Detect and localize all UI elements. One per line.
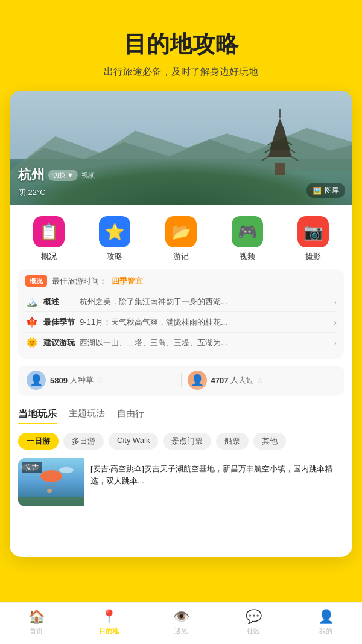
svg-rect-2 [275, 163, 285, 175]
svg-marker-3 [268, 150, 292, 157]
chip-0[interactable]: 一日游 [18, 433, 59, 450]
city-desc: 视频 [81, 171, 95, 180]
chip-5[interactable]: 其他 [253, 433, 286, 450]
icon-circle-photography: 📷 [297, 216, 329, 247]
nav-label-2: 遇见 [174, 626, 188, 636]
strategy-icon: ⭐ [105, 223, 124, 241]
overview-section: 概况 最佳旅游时间： 四季皆宜 🏔️ 概述 杭州之美，除了集江南神韵于一身的西湖… [18, 269, 344, 359]
stat-divider [181, 373, 182, 387]
bottom-spacer [10, 515, 352, 557]
nav-item-我的[interactable]: 👤 我的 [290, 609, 362, 636]
overview-row-0[interactable]: 🏔️ 概述 杭州之美，除了集江南神韵于一身的西湖... › [25, 292, 337, 312]
row-label-2: 建议游玩 [43, 337, 75, 348]
icon-circle-overview: 📋 [33, 216, 65, 247]
user-avatar-0: 👤 [27, 371, 46, 390]
icon-item-travel-notes[interactable]: 📂 游记 [165, 216, 197, 262]
main-card: 杭州 切换 ▼ 视频 阴 22°C 🖼️ 图库 📋 概况 ⭐ 攻略 📂 [10, 91, 352, 557]
tab-0[interactable]: 当地玩乐 [18, 408, 57, 424]
travel-notes-icon: 📂 [171, 223, 191, 241]
overview-rows: 🏔️ 概述 杭州之美，除了集江南神韵于一身的西湖... › 🍁 最佳季节 9-1… [25, 292, 337, 352]
switch-badge[interactable]: 切换 ▼ [48, 170, 78, 181]
svg-point-18 [40, 470, 62, 482]
stat-unit-0: 人种草 [70, 375, 94, 386]
filter-chips: 一日游多日游City Walk景点门票船票其他 [10, 429, 352, 453]
nav-icon-2: 👁️ [173, 609, 189, 625]
icon-label-overview: 概况 [41, 251, 57, 262]
icon-label-travel-notes: 游记 [173, 251, 189, 262]
svg-line-8 [290, 150, 295, 153]
activity-title: [安吉·高空跳伞]安吉天子湖航空基地，新昌万丰航空小镇，国内跳伞精选，双人跳伞.… [91, 463, 338, 486]
tab-nav: 当地玩乐主题玩法自由行 [10, 404, 352, 429]
chip-4[interactable]: 船票 [216, 433, 249, 450]
icon-item-overview[interactable]: 📋 概况 [33, 216, 65, 262]
nav-item-目的地[interactable]: 📍 目的地 [72, 609, 145, 636]
icon-item-strategy[interactable]: ⭐ 攻略 [99, 216, 130, 262]
overview-row-1[interactable]: 🍁 最佳季节 9-11月：天气秋高气爽，满陇桂雨的桂花... › [25, 312, 337, 333]
icon-item-photography[interactable]: 📷 摄影 [297, 216, 329, 262]
user-stat-0[interactable]: 👤 5809 人种草 ♡ [27, 371, 175, 390]
row-text-0: 杭州之美，除了集江南神韵于一身的西湖... [80, 296, 329, 307]
header-section: 目的地攻略 出行旅途必备，及时了解身边好玩地 [0, 0, 362, 91]
user-stat-info-0: 5809 人种草 ♡ [50, 375, 103, 386]
icon-label-strategy: 攻略 [107, 251, 122, 262]
activity-info: [安吉·高空跳伞]安吉天子湖航空基地，新昌万丰航空小镇，国内跳伞精选，双人跳伞.… [84, 458, 344, 506]
user-avatar-1: 👤 [188, 371, 207, 390]
svg-line-4 [262, 157, 268, 161]
row-label-1: 最佳季节 [43, 317, 75, 328]
stat-count-0: 5809 [50, 376, 68, 385]
activity-card[interactable]: 安吉 [安吉·高空跳伞]安吉天子湖航空基地，新昌万丰航空小镇，国内跳伞精选，双人… [18, 458, 344, 506]
icon-circle-video: 🎮 [232, 216, 263, 247]
row-label-0: 概述 [43, 296, 75, 307]
svg-line-7 [265, 150, 270, 153]
icon-label-video: 视频 [240, 251, 255, 262]
video-icon: 🎮 [238, 223, 257, 241]
overview-row-2[interactable]: 🌞 建议游玩 西湖以一山、二塔、三岛、三堤、五湖为... › [25, 333, 337, 352]
icon-label-photography: 摄影 [305, 251, 321, 262]
nav-item-遇见[interactable]: 👁️ 遇见 [145, 609, 217, 636]
row-text-2: 西湖以一山、二塔、三岛、三堤、五湖为... [80, 337, 329, 348]
chip-2[interactable]: City Walk [109, 433, 158, 450]
page-subtitle: 出行旅途必备，及时了解身边好玩地 [14, 66, 348, 78]
svg-point-22 [47, 489, 52, 493]
city-name-row: 杭州 切换 ▼ 视频 [18, 166, 95, 184]
user-stat-1[interactable]: 👤 4707 人去过 ☆ [188, 371, 336, 390]
row-icon-1: 🍁 [25, 316, 39, 328]
row-arrow-2: › [334, 338, 337, 348]
chip-1[interactable]: 多日游 [63, 433, 104, 450]
svg-marker-9 [272, 136, 288, 142]
nav-item-首页[interactable]: 🏠 首页 [0, 609, 72, 636]
stat-icon-1: ☆ [256, 376, 264, 385]
gallery-button[interactable]: 🖼️ 图库 [306, 183, 345, 198]
nav-label-4: 我的 [319, 626, 332, 636]
nav-icon-3: 💬 [246, 609, 262, 625]
icon-circle-travel-notes: 📂 [165, 216, 197, 247]
photography-icon: 📷 [303, 223, 323, 241]
icon-grid: 📋 概况 ⭐ 攻略 📂 游记 🎮 视频 📷 摄影 [10, 205, 352, 269]
nav-label-1: 目的地 [99, 626, 119, 636]
nav-label-0: 首页 [30, 626, 43, 636]
user-stat-info-1: 4707 人去过 ☆ [211, 375, 264, 386]
icon-item-video[interactable]: 🎮 视频 [232, 216, 263, 262]
chip-3[interactable]: 景点门票 [163, 433, 211, 450]
best-time-label: 最佳旅游时间： [52, 276, 107, 287]
stat-unit-1: 人去过 [230, 375, 254, 386]
overview-header: 概况 最佳旅游时间： 四季皆宜 [25, 275, 337, 287]
nav-item-社区[interactable]: 💬 社区 [217, 609, 290, 636]
tab-1[interactable]: 主题玩法 [69, 408, 105, 424]
tab-2[interactable]: 自由行 [117, 408, 144, 424]
hero-image[interactable]: 杭州 切换 ▼ 视频 阴 22°C 🖼️ 图库 [10, 91, 352, 205]
nav-label-3: 社区 [247, 626, 260, 636]
row-arrow-0: › [334, 297, 337, 307]
overview-icon: 📋 [39, 223, 59, 241]
stat-count-1: 4707 [211, 376, 229, 385]
activity-thumbnail: 安吉 [18, 458, 84, 506]
bottom-nav: 🏠 首页 📍 目的地 👁️ 遇见 💬 社区 👤 我的 [0, 602, 362, 644]
activity-location-tag: 安吉 [22, 462, 42, 473]
image-icon: 🖼️ [313, 187, 322, 195]
nav-icon-4: 👤 [318, 609, 334, 625]
svg-line-5 [292, 157, 298, 161]
weather-text: 阴 22°C [18, 188, 46, 197]
page-title: 目的地攻略 [14, 29, 348, 60]
best-time-value: 四季皆宜 [112, 276, 143, 287]
svg-marker-12 [274, 129, 286, 136]
